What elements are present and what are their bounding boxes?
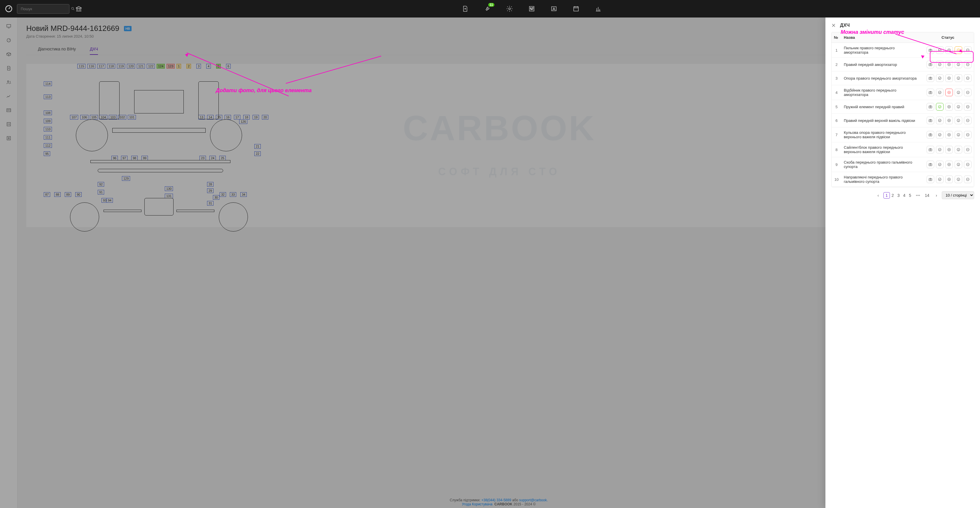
- row-name: Кульова опора правого переднього верхньо…: [842, 127, 922, 142]
- svg-point-18: [930, 50, 931, 51]
- status-fail-button[interactable]: [945, 61, 953, 68]
- page-ellipsis: •••: [916, 193, 920, 198]
- svg-point-47: [938, 105, 941, 108]
- sliders-icon[interactable]: [527, 3, 537, 14]
- svg-point-32: [930, 78, 931, 79]
- table-row: 2Правий передній амортизатор: [832, 58, 974, 71]
- svg-point-8: [553, 8, 554, 9]
- page-5[interactable]: 5: [907, 192, 913, 198]
- status-warn-button[interactable]: [955, 161, 962, 168]
- photo-button[interactable]: [927, 131, 934, 138]
- photo-button[interactable]: [927, 161, 934, 168]
- status-ok-button[interactable]: [936, 117, 943, 124]
- status-fail-button[interactable]: [945, 131, 953, 138]
- svg-point-33: [938, 77, 941, 79]
- annotation-change-status: Можна змінити статус: [841, 29, 904, 35]
- status-na-button[interactable]: [964, 176, 972, 183]
- logo-speedometer-icon[interactable]: [5, 5, 13, 13]
- svg-point-6: [533, 8, 533, 8]
- table-row: 9Скоба переднього правого гальмівного су…: [832, 157, 974, 172]
- page-size-select[interactable]: 10 / сторінці: [942, 191, 974, 199]
- row-number: 7: [832, 130, 842, 140]
- svg-point-64: [958, 135, 959, 136]
- svg-point-67: [930, 149, 931, 151]
- status-na-button[interactable]: [964, 75, 972, 82]
- status-ok-button[interactable]: [936, 146, 943, 153]
- status-warn-button[interactable]: [955, 61, 962, 68]
- status-ok-button[interactable]: [936, 75, 943, 82]
- status-warn-button[interactable]: [955, 89, 962, 96]
- row-number: 4: [832, 87, 842, 98]
- status-na-button[interactable]: [964, 131, 972, 138]
- status-ok-button[interactable]: [936, 103, 943, 111]
- status-ok-button[interactable]: [936, 161, 943, 168]
- col-status: Статус: [922, 32, 974, 43]
- photo-button[interactable]: [927, 46, 934, 54]
- svg-point-68: [938, 148, 941, 151]
- status-fail-button[interactable]: [945, 117, 953, 124]
- svg-point-60: [930, 135, 931, 136]
- row-number: 8: [832, 144, 842, 155]
- svg-point-5: [531, 9, 532, 10]
- svg-point-78: [958, 165, 959, 165]
- status-fail-button[interactable]: [945, 176, 953, 183]
- status-ok-button[interactable]: [936, 61, 943, 68]
- status-na-button[interactable]: [964, 46, 972, 54]
- svg-point-26: [938, 63, 941, 66]
- status-na-button[interactable]: [964, 146, 972, 153]
- status-warn-button[interactable]: [955, 103, 962, 111]
- photo-button[interactable]: [927, 146, 934, 153]
- topbar: 11: [0, 0, 980, 17]
- status-na-button[interactable]: [964, 103, 972, 111]
- page-3[interactable]: 3: [896, 192, 902, 198]
- search-input[interactable]: [19, 5, 71, 13]
- photo-button[interactable]: [927, 89, 934, 96]
- photo-button[interactable]: [927, 75, 934, 82]
- status-ok-button[interactable]: [936, 89, 943, 96]
- close-drawer-button[interactable]: [831, 23, 836, 28]
- status-na-button[interactable]: [964, 161, 972, 168]
- status-na-button[interactable]: [964, 61, 972, 68]
- svg-point-46: [930, 106, 931, 108]
- status-fail-button[interactable]: [945, 146, 953, 153]
- status-warn-button[interactable]: [955, 131, 962, 138]
- status-warn-button[interactable]: [955, 117, 962, 124]
- settings-gear-icon[interactable]: [504, 3, 515, 14]
- status-ok-button[interactable]: [936, 131, 943, 138]
- table-row: 1Пильник правого переднього амортизатора: [832, 43, 974, 58]
- search-box[interactable]: [17, 4, 69, 14]
- row-name: Опора правого переднього амортизатора: [842, 73, 922, 83]
- page-1[interactable]: 1: [883, 192, 890, 198]
- page-last[interactable]: 14: [923, 192, 931, 198]
- status-warn-button[interactable]: [955, 176, 962, 183]
- status-warn-button[interactable]: [955, 146, 962, 153]
- page-4[interactable]: 4: [901, 192, 907, 198]
- bank-icon[interactable]: [73, 3, 84, 14]
- page-prev[interactable]: ‹: [876, 192, 881, 198]
- chart-icon[interactable]: [593, 3, 603, 14]
- contact-icon[interactable]: [549, 3, 559, 14]
- col-num: №: [832, 32, 842, 43]
- row-name: Правий передній верхній важіль підвіски: [842, 116, 922, 126]
- photo-button[interactable]: [927, 103, 934, 111]
- photo-button[interactable]: [927, 61, 934, 68]
- svg-point-82: [938, 178, 941, 181]
- status-fail-button[interactable]: [945, 89, 953, 96]
- add-document-icon[interactable]: [460, 3, 471, 14]
- calendar-icon[interactable]: [571, 3, 581, 14]
- status-na-button[interactable]: [964, 117, 972, 124]
- page-2[interactable]: 2: [890, 192, 896, 198]
- page-next[interactable]: ›: [934, 192, 939, 198]
- photo-button[interactable]: [927, 176, 934, 183]
- status-ok-button[interactable]: [936, 176, 943, 183]
- status-warn-button[interactable]: [955, 75, 962, 82]
- wrench-icon[interactable]: 11: [482, 3, 493, 14]
- table-row: 4Відбійник правого переднього амортизато…: [832, 85, 974, 100]
- status-fail-button[interactable]: [945, 103, 953, 111]
- status-fail-button[interactable]: [945, 161, 953, 168]
- status-na-button[interactable]: [964, 89, 972, 96]
- photo-button[interactable]: [927, 117, 934, 124]
- row-number: 1: [832, 45, 842, 56]
- status-fail-button[interactable]: [945, 75, 953, 82]
- svg-point-22: [958, 51, 959, 51]
